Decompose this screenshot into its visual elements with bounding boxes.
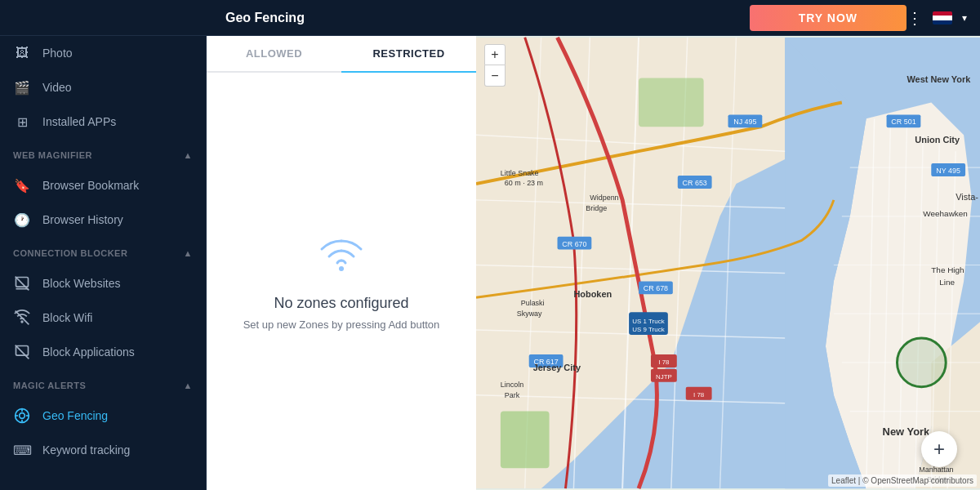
sidebar-item-installed-apps[interactable]: ⊞ Installed APPs: [0, 105, 206, 139]
svg-text:Lincoln: Lincoln: [501, 381, 523, 389]
svg-text:Union City: Union City: [915, 135, 960, 145]
browser-history-icon: 🕐: [13, 211, 31, 229]
sidebar-label-block-applications: Block Applications: [42, 345, 135, 359]
header: Geo Fencing TRY NOW ⋮ ▾: [0, 0, 980, 36]
empty-state: No zones configured Set up new Zones by …: [207, 73, 476, 490]
no-zones-icon: [317, 233, 366, 282]
zoom-in-button[interactable]: +: [484, 44, 506, 65]
map-zoom-controls: + −: [484, 44, 506, 87]
sidebar-label-browser-history: Browser History: [42, 213, 123, 226]
sidebar: 🖼 Photo 🎬 Video ⊞ Installed APPs WEB MAG…: [0, 36, 207, 490]
block-websites-icon: [13, 274, 31, 292]
svg-text:NJTP: NJTP: [656, 373, 672, 381]
content-area: ALLOWED RESTRICTED: [207, 36, 980, 490]
more-options-icon[interactable]: ⋮: [906, 8, 923, 28]
tab-panel: ALLOWED RESTRICTED: [207, 36, 980, 490]
sidebar-item-keyword-tracking[interactable]: ⌨ Keyword tracking: [0, 433, 206, 467]
sidebar-item-browser-bookmark[interactable]: 🔖 Browser Bookmark: [0, 168, 206, 203]
sidebar-item-block-applications[interactable]: Block Applications: [0, 335, 206, 369]
section-collapse-icon[interactable]: ▲: [184, 150, 193, 160]
svg-point-85: [897, 338, 946, 387]
svg-point-8: [20, 413, 25, 419]
section-collapse-icon-3[interactable]: ▲: [184, 381, 193, 390]
svg-text:US 1 Truck: US 1 Truck: [632, 318, 664, 325]
sidebar-item-video[interactable]: 🎬 Video: [0, 70, 206, 105]
installed-apps-icon: ⊞: [13, 113, 31, 131]
svg-text:The High: The High: [931, 265, 964, 274]
video-icon: 🎬: [13, 78, 31, 96]
keyword-tracking-icon: ⌨: [13, 441, 31, 459]
try-now-button[interactable]: TRY NOW: [750, 5, 906, 31]
svg-point-3: [21, 321, 23, 323]
svg-text:Jersey City: Jersey City: [533, 363, 581, 372]
sidebar-item-geo-fencing[interactable]: Geo Fencing: [0, 399, 206, 433]
no-zones-subtitle: Set up new Zones by pressing Add button: [243, 318, 440, 331]
svg-text:NJ 495: NJ 495: [733, 118, 756, 126]
svg-text:New York: New York: [883, 425, 931, 438]
svg-text:Skyway: Skyway: [517, 310, 542, 318]
svg-text:US 9 Truck: US 9 Truck: [632, 326, 664, 333]
map-area: NJ 495 CR 653 CR 670 CR 678 CR 617 CR 50…: [476, 36, 980, 490]
svg-text:Little Snake: Little Snake: [501, 169, 539, 177]
section-collapse-icon-2[interactable]: ▲: [184, 248, 193, 258]
zoom-out-button[interactable]: −: [484, 65, 506, 87]
geo-fencing-icon: [13, 407, 31, 425]
section-connection-blocker: CONNECTION BLOCKER ▲: [0, 240, 206, 266]
svg-text:Line: Line: [939, 278, 955, 287]
sidebar-label-geo-fencing: Geo Fencing: [42, 409, 108, 422]
svg-text:CR 670: CR 670: [562, 240, 586, 248]
svg-text:Vista-: Vista-: [956, 192, 978, 202]
svg-text:Weehawken: Weehawken: [923, 209, 968, 218]
svg-line-6: [16, 345, 29, 359]
tab-restricted[interactable]: RESTRICTED: [341, 36, 476, 73]
sidebar-label-video: Video: [42, 81, 72, 94]
sidebar-label-photo: Photo: [42, 47, 73, 60]
block-applications-icon: [13, 343, 31, 361]
svg-text:Hoboken: Hoboken: [573, 289, 612, 299]
sidebar-item-browser-history[interactable]: 🕐 Browser History: [0, 203, 206, 237]
svg-text:I 78: I 78: [658, 359, 670, 366]
sidebar-label-keyword-tracking: Keyword tracking: [42, 443, 130, 457]
sidebar-label-browser-bookmark: Browser Bookmark: [42, 179, 139, 192]
section-web-magnifier: WEB MAGNIFIER ▲: [0, 142, 206, 168]
svg-text:Widpenn: Widpenn: [590, 194, 618, 202]
svg-text:West New York: West New York: [906, 74, 971, 84]
svg-text:Bridge: Bridge: [586, 204, 607, 212]
page-title: Geo Fencing: [225, 11, 750, 25]
svg-text:CR 501: CR 501: [891, 118, 915, 126]
svg-text:CR 678: CR 678: [644, 284, 668, 292]
map-container[interactable]: NJ 495 CR 653 CR 670 CR 678 CR 617 CR 50…: [476, 36, 980, 490]
sidebar-item-block-wifi[interactable]: Block Wifi: [0, 301, 206, 335]
sidebar-item-photo[interactable]: 🖼 Photo: [0, 36, 206, 70]
language-chevron-icon[interactable]: ▾: [962, 12, 967, 24]
svg-rect-84: [639, 78, 704, 127]
left-panel: ALLOWED RESTRICTED: [207, 36, 476, 490]
svg-text:60 m · 23 m: 60 m · 23 m: [505, 179, 543, 187]
language-flag-icon: [933, 11, 952, 24]
tabs: ALLOWED RESTRICTED: [207, 36, 476, 73]
svg-text:NY 495: NY 495: [936, 167, 960, 175]
map-attribution: Leaflet | © OpenStreetMap contributors: [828, 474, 977, 487]
browser-bookmark-icon: 🔖: [13, 176, 31, 194]
svg-text:Park: Park: [505, 391, 520, 399]
tab-allowed[interactable]: ALLOWED: [207, 36, 341, 71]
sidebar-item-block-websites[interactable]: Block Websites: [0, 266, 206, 301]
block-wifi-icon: [13, 309, 31, 327]
photo-icon: 🖼: [13, 44, 31, 62]
svg-text:Pulaski: Pulaski: [521, 299, 545, 307]
sidebar-label-block-wifi: Block Wifi: [42, 311, 92, 324]
sidebar-label-installed-apps: Installed APPs: [42, 115, 116, 128]
svg-point-13: [339, 266, 344, 271]
sidebar-label-block-websites: Block Websites: [42, 277, 120, 290]
add-zone-button[interactable]: +: [921, 431, 957, 467]
main-layout: 🖼 Photo 🎬 Video ⊞ Installed APPs WEB MAG…: [0, 36, 980, 490]
svg-text:CR 653: CR 653: [683, 179, 707, 187]
svg-rect-83: [501, 412, 550, 469]
section-magic-alerts: MAGIC ALERTS ▲: [0, 372, 206, 399]
header-actions: ⋮ ▾: [906, 8, 967, 28]
svg-text:I 78: I 78: [693, 391, 705, 399]
no-zones-title: No zones configured: [274, 295, 408, 312]
